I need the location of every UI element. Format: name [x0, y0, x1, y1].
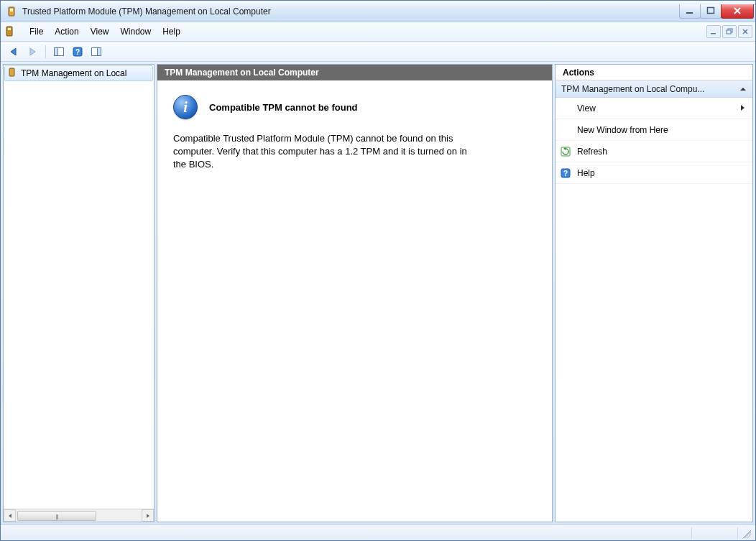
titlebar: Trusted Platform Module (TPM) Management…: [1, 1, 755, 22]
maximize-button[interactable]: [700, 4, 722, 19]
menu-window[interactable]: Window: [115, 24, 157, 39]
mdi-controls: [705, 25, 752, 38]
panel2-icon: [91, 46, 102, 57]
help-icon: ?: [72, 46, 83, 57]
action-help[interactable]: ? Help: [556, 162, 752, 184]
window-title: Trusted Platform Module (TPM) Management…: [22, 6, 271, 17]
maximize-icon: [706, 6, 715, 15]
svg-rect-2: [686, 12, 693, 14]
svg-rect-1: [10, 9, 13, 11]
app-window: Trusted Platform Module (TPM) Management…: [0, 0, 756, 541]
mdi-close-button[interactable]: [738, 25, 752, 38]
svg-rect-3: [708, 8, 714, 14]
close-icon: [742, 28, 749, 35]
action-label: Refresh: [577, 147, 607, 157]
svg-text:?: ?: [563, 170, 568, 177]
help-icon: ?: [560, 167, 571, 179]
menu-file[interactable]: File: [24, 24, 49, 39]
nav-back-icon: [8, 46, 19, 57]
window-controls: [680, 4, 754, 19]
minimize-button[interactable]: [679, 4, 701, 19]
svg-rect-8: [727, 30, 731, 34]
menu-help[interactable]: Help: [157, 24, 186, 39]
submenu-arrow-icon: [739, 103, 745, 114]
tree-body: TPM Management on Local: [4, 65, 154, 509]
tree-pane: TPM Management on Local: [3, 64, 155, 522]
minimize-icon: [686, 6, 694, 15]
help-button[interactable]: ?: [69, 44, 86, 60]
minimize-icon: [710, 28, 717, 35]
tpm-node-icon: [8, 68, 18, 80]
menu-action[interactable]: Action: [49, 24, 84, 39]
close-icon: [732, 6, 742, 15]
svg-rect-14: [98, 47, 101, 55]
svg-rect-5: [8, 28, 11, 30]
svg-rect-6: [711, 33, 716, 34]
nav-back-button[interactable]: [5, 44, 22, 60]
status-message: Compatible Trusted Platform Module (TPM)…: [173, 132, 482, 172]
resize-grip-icon[interactable]: [741, 528, 751, 538]
nav-forward-icon: [27, 46, 38, 57]
collapse-icon: [739, 84, 747, 94]
center-header: TPM Management on Local Computer: [157, 65, 552, 80]
nav-forward-button[interactable]: [24, 44, 41, 60]
statusbar-cell: [5, 527, 692, 539]
info-icon: i: [173, 95, 198, 119]
scroll-right-icon[interactable]: [142, 509, 154, 522]
svg-rect-4: [6, 27, 12, 36]
actions-group-header[interactable]: TPM Management on Local Compu...: [556, 80, 752, 98]
panel-icon: [53, 46, 65, 57]
actions-group-label: TPM Management on Local Compu...: [561, 84, 704, 94]
actions-pane: Actions TPM Management on Local Compu...…: [555, 64, 753, 522]
action-new-window[interactable]: New Window from Here: [556, 119, 752, 141]
center-body: i Compatible TPM cannot be found Compati…: [157, 80, 552, 522]
action-view[interactable]: View: [556, 98, 752, 119]
tree-root-label: TPM Management on Local: [21, 68, 126, 78]
action-label: View: [577, 103, 596, 114]
tpm-app-icon: [6, 6, 18, 17]
statusbar: [1, 524, 755, 540]
close-button[interactable]: [721, 4, 754, 19]
svg-text:?: ?: [75, 48, 80, 56]
content-area: TPM Management on Local TPM Management o…: [1, 62, 755, 524]
center-pane: TPM Management on Local Computer i Compa…: [157, 64, 553, 522]
menubar: File Action View Window Help: [1, 22, 755, 42]
scroll-left-icon[interactable]: [4, 509, 16, 522]
show-hide-actions-button[interactable]: [88, 44, 105, 60]
mmc-icon: [5, 26, 17, 37]
svg-rect-15: [9, 68, 14, 76]
mdi-minimize-button[interactable]: [706, 25, 721, 38]
action-refresh[interactable]: Refresh: [556, 141, 752, 162]
restore-icon: [726, 28, 733, 35]
tree-hscrollbar[interactable]: [4, 509, 154, 522]
status-title: Compatible TPM cannot be found: [209, 102, 358, 113]
toolbar: ?: [1, 42, 755, 62]
refresh-icon: [560, 146, 571, 157]
actions-header: Actions: [556, 65, 752, 80]
toolbar-separator: [45, 45, 46, 58]
menu-view[interactable]: View: [85, 24, 115, 39]
show-hide-tree-button[interactable]: [50, 44, 68, 60]
blank-icon: [560, 124, 571, 136]
svg-rect-10: [55, 47, 58, 55]
scroll-thumb[interactable]: [17, 511, 96, 521]
mdi-restore-button[interactable]: [722, 25, 737, 38]
status-row: i Compatible TPM cannot be found: [173, 95, 536, 119]
action-label: New Window from Here: [577, 125, 668, 135]
statusbar-cell: [695, 527, 738, 539]
tree-root-item[interactable]: TPM Management on Local: [4, 65, 153, 81]
blank-icon: [560, 103, 571, 114]
action-label: Help: [577, 168, 595, 178]
